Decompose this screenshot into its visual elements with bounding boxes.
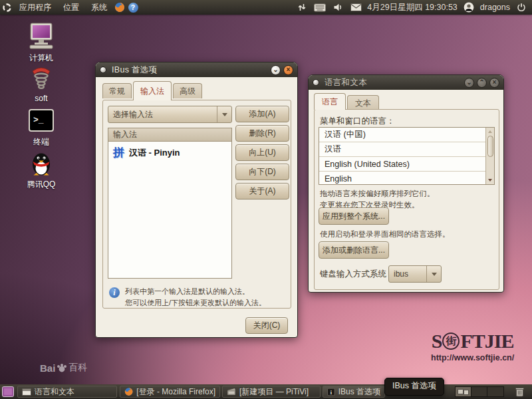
minimize-icon[interactable]: ⌄	[464, 78, 474, 88]
info-icon: i	[109, 287, 120, 298]
baidu-paw-icon	[56, 362, 68, 374]
language-row[interactable]: 汉语	[319, 142, 486, 157]
window-title: 语言和文本	[325, 77, 367, 88]
user-icon[interactable]	[462, 0, 475, 15]
scroll-down-icon[interactable]	[486, 176, 494, 184]
network-updown-icon[interactable]	[295, 0, 309, 15]
apply-hint: 使用启动和登录界面相同的语言选择。	[320, 229, 450, 240]
tab-general[interactable]: 常规	[102, 83, 132, 98]
language-row[interactable]: English (United States)	[319, 157, 486, 172]
tab-input-method[interactable]: 输入法	[133, 81, 172, 100]
close-icon[interactable]: ×	[489, 78, 499, 88]
apply-system-wide-button[interactable]: 应用到整个系统...	[319, 207, 389, 225]
remove-button[interactable]: 删除(R)	[235, 125, 289, 142]
firefox-icon	[124, 387, 133, 396]
desktop-icon-computer[interactable]: 计算机	[16, 23, 66, 64]
baike-text: 百科	[68, 362, 87, 374]
firefox-launcher-icon[interactable]	[113, 0, 126, 15]
tab-language[interactable]: 语言	[314, 93, 346, 110]
top-panel: 应用程序 位置 系统 ? 4月29日星期四 19:30:53	[0, 0, 532, 15]
close-button[interactable]: 关闭(C)	[245, 317, 288, 334]
task-language-text[interactable]: 语言和文本	[17, 386, 117, 398]
ibus-icon: i	[327, 388, 335, 396]
keyboard-indicator-icon[interactable]	[313, 0, 327, 15]
list-item-pinyin[interactable]: 拼 汉语 - Pinyin	[108, 142, 231, 164]
task-ibus[interactable]: i IBus 首选项	[323, 386, 385, 398]
terminal-icon: >_	[16, 106, 66, 134]
ims-label: 键盘输入方式系统：	[320, 269, 395, 280]
desktop-icon-terminal[interactable]: >_ 终端	[16, 106, 66, 148]
combo-dropdown-icon[interactable]	[217, 106, 231, 122]
language-text-window: 语言和文本 ⌄ ⌃ × 语言 文本 菜单和窗口的语言： 汉语 (中国) 汉语 E…	[308, 74, 504, 293]
mail-icon[interactable]	[349, 0, 362, 15]
move-down-button[interactable]: 向下(D)	[235, 164, 289, 180]
desktop-icon-label: 计算机	[16, 53, 66, 64]
ubuntu-logo-icon[interactable]	[0, 0, 13, 15]
task-pitivi[interactable]: [新建项目 — PiTiVi]	[222, 386, 321, 398]
language-list-label: 菜单和窗口的语言：	[320, 116, 395, 127]
svg-text:>_: >_	[33, 115, 44, 125]
language-list[interactable]: 汉语 (中国) 汉语 English (United States) Engli…	[319, 127, 495, 185]
window-title: IBus 首选项	[112, 65, 157, 76]
tab-advanced[interactable]: 高级	[173, 83, 202, 98]
window-menu-icon[interactable]	[100, 66, 106, 73]
scrollbar[interactable]	[485, 128, 494, 184]
qq-penguin-icon	[16, 149, 66, 177]
taskbar: 语言和文本 [登录 - Mozilla Firefox] [新建项目 — PiT…	[0, 384, 532, 399]
scroll-thumb[interactable]	[487, 136, 493, 157]
list-column-header[interactable]: 输入法	[108, 128, 231, 142]
taskbar-tooltip: IBus 首选项	[384, 378, 444, 396]
window-menu-icon[interactable]	[313, 79, 319, 86]
about-button[interactable]: 关于(A)	[235, 183, 289, 200]
desktop: 应用程序 位置 系统 ? 4月29日星期四 19:30:53	[0, 0, 532, 399]
tab-text[interactable]: 文本	[347, 95, 379, 110]
menu-places[interactable]: 位置	[57, 0, 85, 15]
desktop-icon-qq[interactable]: 腾讯QQ	[16, 149, 66, 190]
workspace-1[interactable]	[456, 387, 471, 396]
window-icon	[22, 388, 31, 396]
menu-applications[interactable]: 应用程序	[13, 0, 57, 15]
help-launcher-icon[interactable]: ?	[126, 0, 140, 15]
softjie-logo: S街FTJIE	[431, 330, 514, 352]
system-tray: 4月29日星期四 19:30:53 dragons	[295, 0, 532, 15]
spring-icon	[16, 64, 66, 92]
ims-combo[interactable]: ibus	[388, 265, 442, 283]
minimize-icon[interactable]: ⌄	[271, 65, 281, 75]
maximize-icon[interactable]: ⌃	[477, 78, 487, 88]
trash-icon[interactable]	[515, 386, 525, 399]
ibus-titlebar[interactable]: IBus 首选项 ⌄ ×	[96, 63, 297, 77]
softjie-watermark: S街FTJIE http://www.softjie.cn/	[431, 330, 514, 362]
select-input-method-combo[interactable]: 选择输入法	[108, 106, 232, 123]
desktop-icon-label: soft	[16, 94, 66, 103]
language-titlebar[interactable]: 语言和文本 ⌄ ⌃ ×	[309, 75, 503, 90]
workspace-switcher[interactable]	[455, 386, 504, 397]
show-desktop-button[interactable]	[2, 386, 14, 399]
language-row[interactable]: English	[319, 172, 486, 185]
close-icon[interactable]: ×	[283, 65, 293, 75]
move-up-button[interactable]: 向上(U)	[235, 144, 289, 161]
scroll-up-icon[interactable]	[486, 128, 494, 136]
softjie-url: http://www.softjie.cn/	[431, 353, 514, 362]
workspace-2[interactable]	[471, 387, 487, 396]
language-row[interactable]: 汉语 (中国)	[319, 128, 486, 142]
input-method-list[interactable]: 输入法 拼 汉语 - Pinyin	[108, 128, 232, 279]
info-note: 列表中第一个输入法是默认的输入法。 您可以使用上/下按钮来更改默认的输入法。	[125, 286, 289, 308]
computer-icon	[16, 23, 66, 51]
desktop-icon-soft[interactable]: soft	[16, 64, 66, 103]
add-button[interactable]: 添加(A)	[235, 106, 289, 122]
volume-icon[interactable]	[331, 0, 344, 15]
clock[interactable]: 4月29日星期四 19:30:53	[367, 2, 458, 13]
pinyin-icon: 拼	[113, 145, 124, 160]
baidu-text: Bai	[40, 362, 55, 374]
username[interactable]: dragons	[480, 3, 510, 12]
task-firefox[interactable]: [登录 - Mozilla Firefox]	[120, 386, 220, 398]
desktop-icon-label: 腾讯QQ	[16, 179, 66, 190]
menu-system[interactable]: 系统	[85, 0, 113, 15]
ibus-preferences-window: IBus 首选项 ⌄ × 常规 输入法 高级 选择输入法 输入法 拼 汉语 - …	[95, 62, 298, 338]
combo-dropdown-icon[interactable]	[426, 266, 441, 282]
pitivi-icon	[227, 388, 236, 396]
desktop-icon-label: 终端	[16, 136, 66, 148]
workspace-3[interactable]	[487, 387, 503, 396]
add-remove-languages-button[interactable]: 添加或删除语言...	[319, 241, 389, 259]
power-icon[interactable]	[515, 0, 528, 15]
